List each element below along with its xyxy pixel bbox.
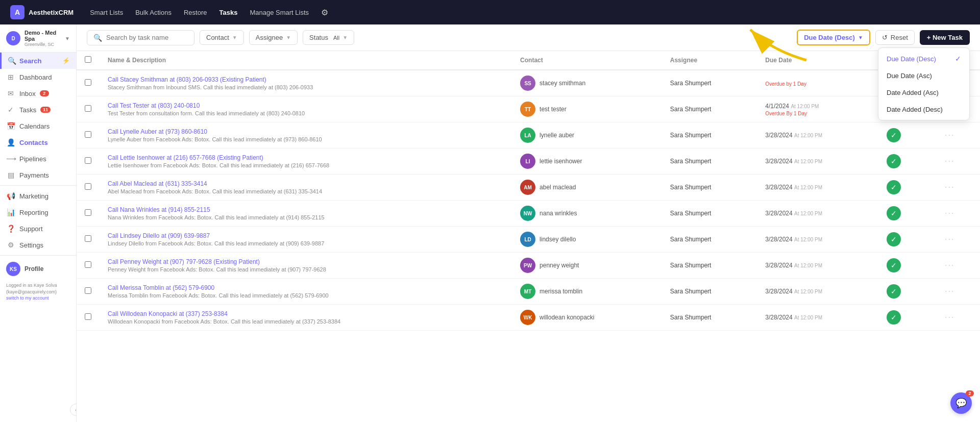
contact-avatar: AM bbox=[520, 180, 535, 195]
assignee-filter-label: Assignee bbox=[256, 34, 283, 41]
row-checkbox[interactable] bbox=[85, 287, 91, 294]
row-checkbox[interactable] bbox=[85, 261, 91, 268]
row-name-cell: Call Nana Wrinkles at (914) 855-2115 Nan… bbox=[100, 201, 512, 227]
nav-smart-lists[interactable]: Smart Lists bbox=[90, 9, 123, 16]
sidebar-collapse-button[interactable]: ‹ bbox=[70, 404, 77, 416]
app-logo[interactable]: A AesthetixCRM bbox=[10, 5, 74, 19]
new-task-button[interactable]: + New Task bbox=[920, 30, 970, 45]
row-checkbox[interactable] bbox=[85, 131, 91, 138]
assignee-filter[interactable]: Assignee ▼ bbox=[249, 30, 298, 45]
task-name-link[interactable]: Call Willodean Konopacki at (337) 253-83… bbox=[108, 310, 504, 317]
chevron-down-icon: ▼ bbox=[65, 36, 70, 41]
switch-account-link[interactable]: switch to my account bbox=[6, 295, 49, 301]
status-complete-icon[interactable]: ✓ bbox=[887, 310, 901, 325]
row-due-date-cell: 3/28/2024 At 12:00 PM bbox=[757, 122, 878, 148]
search-input[interactable] bbox=[106, 34, 188, 41]
sort-option-date-added-desc[interactable]: Date Added (Desc) bbox=[878, 101, 969, 118]
due-time: At 12:00 PM bbox=[794, 185, 822, 190]
sidebar-item-dashboard[interactable]: ⊞ Dashboard bbox=[0, 69, 76, 85]
row-checkbox[interactable] bbox=[85, 313, 91, 320]
row-checkbox[interactable] bbox=[85, 183, 91, 190]
due-date: 3/28/2024 At 12:00 PM bbox=[765, 184, 822, 191]
row-more-actions-button[interactable]: ··· bbox=[945, 131, 954, 139]
sort-option-date-added-asc[interactable]: Date Added (Asc) bbox=[878, 84, 969, 101]
row-checkbox[interactable] bbox=[85, 209, 91, 216]
assignee-name: Sara Shumpert bbox=[670, 106, 712, 113]
sidebar-item-support[interactable]: ❓ Support bbox=[0, 220, 76, 237]
row-checkbox-cell bbox=[77, 279, 100, 305]
workspace-selector[interactable]: D Demo - Med Spa Greenville, SC ▼ bbox=[0, 24, 76, 53]
sidebar-item-contacts[interactable]: 👤 Contacts bbox=[0, 134, 76, 151]
row-checkbox[interactable] bbox=[85, 235, 91, 242]
sidebar-item-payments[interactable]: ▤ Payments bbox=[0, 167, 76, 183]
sidebar-item-search[interactable]: 🔍 Search ⚡ bbox=[0, 53, 76, 69]
status-complete-icon[interactable]: ✓ bbox=[887, 180, 901, 194]
assignee-name: Sara Shumpert bbox=[670, 314, 712, 321]
task-name-link[interactable]: Call Merissa Tomblin at (562) 579-6900 bbox=[108, 284, 504, 291]
nav-manage-smart-lists[interactable]: Manage Smart Lists bbox=[250, 9, 309, 16]
row-checkbox[interactable] bbox=[85, 79, 91, 86]
row-name-cell: Call Merissa Tomblin at (562) 579-6900 M… bbox=[100, 279, 512, 305]
row-checkbox[interactable] bbox=[85, 157, 91, 164]
reporting-icon: 📊 bbox=[6, 208, 15, 216]
sidebar-label-support: Support bbox=[19, 225, 43, 233]
task-search-box[interactable]: 🔍 bbox=[87, 30, 194, 45]
status-complete-icon[interactable]: ✓ bbox=[887, 232, 901, 246]
row-more-actions-button[interactable]: ··· bbox=[945, 209, 954, 217]
row-more-actions-button[interactable]: ··· bbox=[945, 287, 954, 295]
sort-button[interactable]: Due Date (Desc) ▼ bbox=[797, 30, 870, 45]
sort-option-label-2: Due Date (Asc) bbox=[887, 72, 932, 80]
row-more-actions-button[interactable]: ··· bbox=[945, 183, 954, 191]
reset-button[interactable]: ↺ Reset bbox=[875, 30, 915, 45]
row-due-date-cell: 3/28/2024 At 12:00 PM bbox=[757, 148, 878, 175]
table-row: Call Lindsey Dilello at (909) 639-9887 L… bbox=[77, 227, 980, 253]
sidebar-item-reporting[interactable]: 📊 Reporting bbox=[0, 204, 76, 220]
sidebar-item-settings[interactable]: ⚙ Settings bbox=[0, 237, 76, 253]
row-due-date-cell: 4/1/2024 At 12:00 PM Overdue By 1 Day bbox=[757, 96, 878, 122]
nav-bulk-actions[interactable]: Bulk Actions bbox=[135, 9, 172, 16]
row-more-actions-button[interactable]: ··· bbox=[945, 235, 954, 243]
sidebar-profile[interactable]: KS Profile bbox=[0, 258, 76, 280]
status-complete-icon[interactable]: ✓ bbox=[887, 258, 901, 272]
nav-tasks[interactable]: Tasks bbox=[219, 9, 238, 16]
contact-avatar: MT bbox=[520, 284, 535, 299]
status-complete-icon[interactable]: ✓ bbox=[887, 206, 901, 220]
task-name-link[interactable]: Call Lindsey Dilello at (909) 639-9887 bbox=[108, 232, 504, 239]
task-name-link[interactable]: Call Stacey Smithman at (803) 206-0933 (… bbox=[108, 76, 504, 83]
sidebar-item-tasks[interactable]: ✓ Tasks 11 bbox=[0, 102, 76, 118]
row-more-actions-button[interactable]: ··· bbox=[945, 157, 954, 165]
sidebar-item-inbox[interactable]: ✉ Inbox 2 bbox=[0, 85, 76, 102]
row-status-cell: ✓ bbox=[878, 148, 937, 175]
due-date: 3/28/2024 At 12:00 PM bbox=[765, 314, 822, 321]
sidebar-item-pipelines[interactable]: ⟶ Pipelines bbox=[0, 151, 76, 167]
row-due-date-cell: 3/28/2024 At 12:00 PM bbox=[757, 175, 878, 201]
task-name-link[interactable]: Call Test Tester at (803) 240-0810 bbox=[108, 102, 504, 109]
settings-gear-icon[interactable]: ⚙ bbox=[321, 8, 328, 17]
sidebar-label-reporting: Reporting bbox=[19, 209, 48, 216]
nav-restore[interactable]: Restore bbox=[184, 9, 207, 16]
task-name-link[interactable]: Call Lynelle Auber at (973) 860-8610 bbox=[108, 128, 504, 135]
sidebar-item-marketing[interactable]: 📢 Marketing bbox=[0, 188, 76, 204]
row-checkbox[interactable] bbox=[85, 105, 91, 112]
task-name-link[interactable]: Call Abel Maclead at (631) 335-3414 bbox=[108, 180, 504, 187]
contact-filter[interactable]: Contact ▼ bbox=[200, 30, 244, 45]
status-complete-icon[interactable]: ✓ bbox=[887, 128, 901, 142]
row-more-actions-button[interactable]: ··· bbox=[945, 261, 954, 269]
status-complete-icon[interactable]: ✓ bbox=[887, 284, 901, 299]
status-complete-icon[interactable]: ✓ bbox=[887, 154, 901, 168]
contact-name: merissa tomblin bbox=[540, 288, 582, 295]
task-name-link[interactable]: Call Nana Wrinkles at (914) 855-2115 bbox=[108, 206, 504, 213]
task-name-link[interactable]: Call Penney Weight at (907) 797-9628 (Ex… bbox=[108, 258, 504, 265]
support-icon: ❓ bbox=[6, 225, 15, 233]
sort-option-due-date-asc[interactable]: Due Date (Asc) bbox=[878, 67, 969, 84]
task-name-link[interactable]: Call Lettie Isenhower at (216) 657-7668 … bbox=[108, 154, 504, 161]
sidebar-item-calendars[interactable]: 📅 Calendars bbox=[0, 118, 76, 134]
select-all-checkbox[interactable] bbox=[85, 56, 91, 63]
sort-option-due-date-desc[interactable]: Due Date (Desc) ✓ bbox=[878, 50, 969, 67]
chat-bubble-button[interactable]: 💬 2 bbox=[950, 392, 972, 414]
assignee-name: Sara Shumpert bbox=[670, 236, 712, 243]
row-actions-cell: ··· bbox=[937, 279, 980, 305]
row-more-actions-button[interactable]: ··· bbox=[945, 313, 954, 321]
due-time: At 12:00 PM bbox=[794, 159, 822, 164]
status-filter[interactable]: Status All ▼ bbox=[303, 30, 354, 45]
